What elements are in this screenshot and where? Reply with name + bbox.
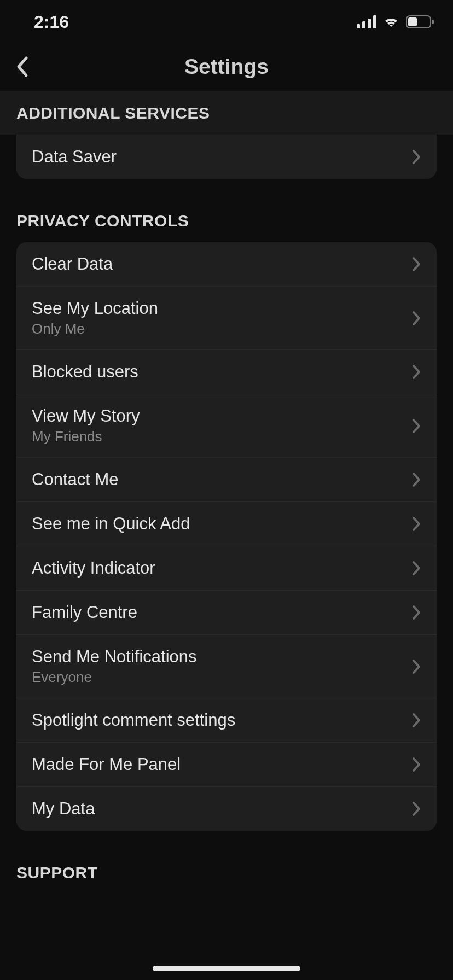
- row-label: Blocked users: [32, 362, 138, 382]
- status-time: 2:16: [34, 12, 69, 32]
- svg-rect-5: [408, 18, 417, 26]
- svg-rect-6: [432, 20, 434, 24]
- row-contact-me[interactable]: Contact Me: [16, 458, 437, 502]
- status-bar: 2:16: [0, 5, 453, 38]
- chevron-right-icon: [411, 712, 421, 728]
- chevron-right-icon: [411, 801, 421, 817]
- cellular-icon: [357, 15, 376, 28]
- chevron-right-icon: [411, 658, 421, 675]
- row-sublabel: Only Me: [32, 320, 158, 337]
- row-sublabel: My Friends: [32, 428, 140, 445]
- row-see-my-location[interactable]: See My Location Only Me: [16, 287, 437, 350]
- row-label: View My Story: [32, 406, 140, 426]
- chevron-right-icon: [411, 516, 421, 532]
- chevron-right-icon: [411, 756, 421, 773]
- back-button[interactable]: [11, 56, 33, 78]
- nav-header: Settings: [0, 38, 453, 91]
- row-label: Family Centre: [32, 603, 137, 622]
- additional-services-group: Data Saver: [16, 135, 437, 179]
- row-label: Spotlight comment settings: [32, 710, 235, 730]
- row-label: Data Saver: [32, 147, 117, 167]
- row-label: Clear Data: [32, 254, 113, 274]
- section-header-additional-services: ADDITIONAL SERVICES: [0, 91, 453, 135]
- home-indicator[interactable]: [153, 966, 300, 971]
- row-made-for-me-panel[interactable]: Made For Me Panel: [16, 743, 437, 787]
- row-see-me-in-quick-add[interactable]: See me in Quick Add: [16, 502, 437, 546]
- chevron-left-icon: [15, 56, 28, 78]
- row-label: Activity Indicator: [32, 558, 155, 578]
- row-my-data[interactable]: My Data: [16, 787, 437, 831]
- row-family-centre[interactable]: Family Centre: [16, 591, 437, 635]
- row-spotlight-comment-settings[interactable]: Spotlight comment settings: [16, 698, 437, 743]
- row-label: Contact Me: [32, 470, 119, 489]
- row-label: See My Location: [32, 299, 158, 318]
- wifi-icon: [382, 15, 400, 28]
- chevron-right-icon: [411, 560, 421, 576]
- row-blocked-users[interactable]: Blocked users: [16, 350, 437, 394]
- row-clear-data[interactable]: Clear Data: [16, 242, 437, 287]
- chevron-right-icon: [411, 471, 421, 488]
- svg-rect-3: [373, 15, 376, 28]
- row-label: Send Me Notifications: [32, 647, 197, 667]
- row-sublabel: Everyone: [32, 669, 197, 686]
- svg-rect-1: [362, 21, 365, 28]
- chevron-right-icon: [411, 364, 421, 380]
- status-icons: [357, 15, 434, 28]
- row-label: My Data: [32, 799, 95, 819]
- row-label: Made For Me Panel: [32, 755, 181, 774]
- row-label: See me in Quick Add: [32, 514, 190, 534]
- chevron-right-icon: [411, 418, 421, 434]
- privacy-controls-group: Clear Data See My Location Only Me Block…: [16, 242, 437, 831]
- page-title: Settings: [184, 55, 269, 79]
- svg-rect-2: [368, 19, 371, 28]
- row-activity-indicator[interactable]: Activity Indicator: [16, 546, 437, 591]
- chevron-right-icon: [411, 604, 421, 621]
- section-header-support: SUPPORT: [0, 864, 453, 894]
- chevron-right-icon: [411, 310, 421, 326]
- row-data-saver[interactable]: Data Saver: [16, 135, 437, 179]
- row-view-my-story[interactable]: View My Story My Friends: [16, 394, 437, 458]
- row-send-me-notifications[interactable]: Send Me Notifications Everyone: [16, 635, 437, 698]
- chevron-right-icon: [411, 149, 421, 165]
- battery-icon: [406, 15, 434, 28]
- chevron-right арrow-icon: [411, 256, 421, 272]
- section-header-privacy-controls: PRIVACY CONTROLS: [0, 212, 453, 242]
- svg-rect-0: [357, 24, 360, 28]
